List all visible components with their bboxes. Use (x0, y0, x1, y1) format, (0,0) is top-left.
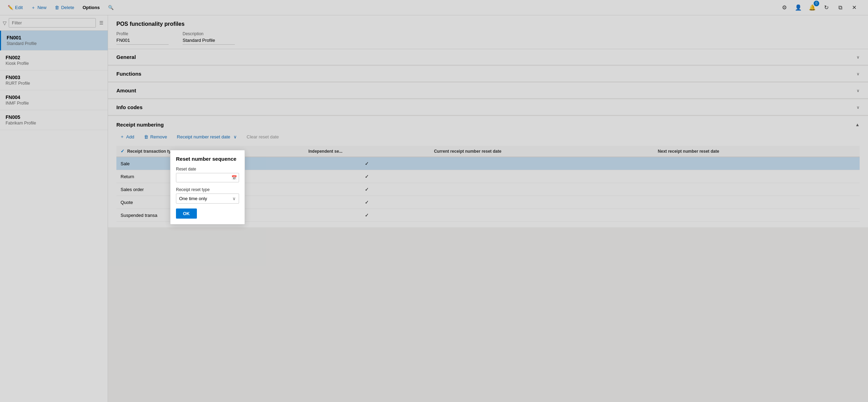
reset-number-dialog: Reset number sequence Reset date 📅 Recei… (170, 150, 245, 225)
reset-date-field-label: Reset date (176, 167, 239, 172)
dialog-title: Reset number sequence (176, 156, 239, 162)
receipt-reset-type-select-wrapper: One time onlyDailyMonthlyYearly ∨ (176, 194, 239, 204)
chevron-down-icon: ∨ (230, 194, 239, 203)
dialog-actions: OK (176, 208, 239, 219)
receipt-reset-type-select[interactable]: One time onlyDailyMonthlyYearly (176, 194, 230, 203)
reset-date-field: Reset date 📅 (176, 167, 239, 182)
reset-date-input-wrapper: 📅 (176, 173, 239, 182)
calendar-icon[interactable]: 📅 (230, 173, 239, 182)
dialog-overlay: Reset number sequence Reset date 📅 Recei… (0, 0, 868, 402)
reset-date-input[interactable] (176, 173, 230, 182)
receipt-reset-type-label: Receipt reset type (176, 187, 239, 192)
receipt-reset-type-field: Receipt reset type One time onlyDailyMon… (176, 187, 239, 204)
ok-button[interactable]: OK (176, 208, 197, 219)
